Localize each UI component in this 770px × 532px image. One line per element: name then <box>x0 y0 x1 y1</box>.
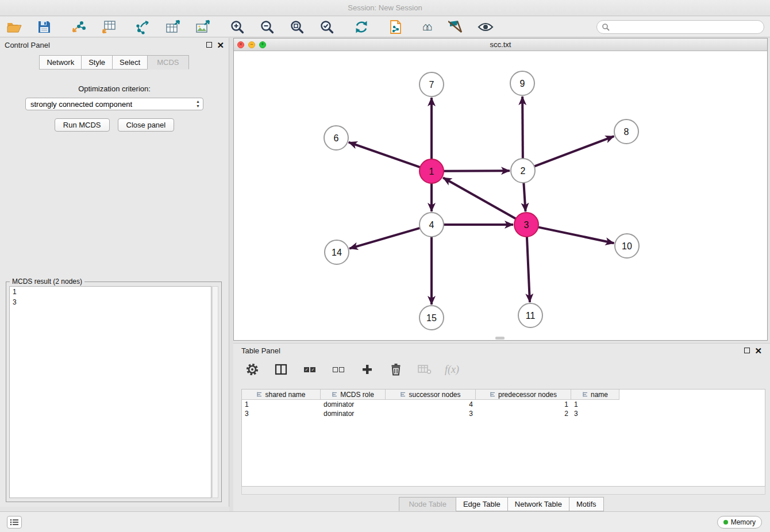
result-list-item[interactable]: 1 <box>10 287 211 297</box>
copy-network-icon[interactable] <box>387 18 405 36</box>
add-column-plus-icon[interactable] <box>359 361 376 378</box>
show-hide-icon[interactable] <box>477 18 494 36</box>
search-icon <box>602 23 610 31</box>
table-tab-motifs[interactable]: Motifs <box>569 497 604 511</box>
table-hscrollbar[interactable] <box>241 487 765 495</box>
graph-node-label: 8 <box>624 127 629 137</box>
import-network-icon[interactable] <box>70 18 87 36</box>
refresh-layout-icon[interactable] <box>353 18 370 36</box>
graph-edge-1-6[interactable] <box>349 142 420 167</box>
table-cell: dominator <box>321 409 386 418</box>
float-table-panel-icon[interactable] <box>744 348 750 353</box>
table-cell: 4 <box>386 400 476 409</box>
graph-edge-2-8[interactable] <box>534 136 614 166</box>
graph-edge-3-1[interactable] <box>443 178 516 218</box>
deselect-all-icon[interactable] <box>330 361 347 378</box>
memory-button[interactable]: Memory <box>717 516 762 529</box>
graph-edge-3-10[interactable] <box>538 227 614 243</box>
minimize-window-icon[interactable]: − <box>248 41 255 48</box>
column-header-name[interactable]: name <box>571 390 619 400</box>
tab-select[interactable]: Select <box>112 55 148 70</box>
zoom-fit-icon[interactable] <box>288 18 306 36</box>
graph-node-7[interactable]: 7 <box>419 72 444 97</box>
graph-node-9[interactable]: 9 <box>510 71 534 95</box>
table-cell: 1 <box>571 400 619 409</box>
graph-edge-2-9[interactable] <box>522 97 523 159</box>
column-header-MCDS-role[interactable]: MCDS role <box>321 390 386 400</box>
open-session-icon[interactable] <box>6 18 23 36</box>
tab-mcds[interactable]: MCDS <box>147 55 188 70</box>
dropdown-stepper-icon: ▲▼ <box>196 99 200 109</box>
float-window-icon[interactable] <box>206 42 212 48</box>
node-table: shared nameMCDS rolesuccessor nodesprede… <box>241 389 765 487</box>
graph-edge-3-11[interactable] <box>527 237 530 302</box>
select-all-icon[interactable]: ✓✓ <box>301 361 318 378</box>
apply-style-icon[interactable] <box>447 18 464 36</box>
table-cell: 1 <box>242 400 321 409</box>
task-history-icon[interactable] <box>7 516 22 529</box>
table-cell: 3 <box>242 409 321 418</box>
zoom-out-icon[interactable] <box>259 18 276 36</box>
export-table-icon[interactable] <box>164 18 182 36</box>
save-session-icon[interactable] <box>36 18 53 36</box>
close-panel-icon[interactable]: ✕ <box>217 41 224 49</box>
export-image-icon[interactable] <box>194 18 211 36</box>
zoom-selected-icon[interactable] <box>318 18 336 36</box>
graph-node-11[interactable]: 11 <box>518 303 542 327</box>
show-columns-icon[interactable] <box>272 361 290 378</box>
graph-node-label: 9 <box>520 79 525 88</box>
result-list-scrollbar[interactable] <box>212 286 218 498</box>
canvas-hscrollbar[interactable] <box>495 337 505 340</box>
graph-edge-4-14[interactable] <box>349 228 420 249</box>
graph-node-1[interactable]: 1 <box>419 159 444 183</box>
network-overview-icon[interactable]: ⌂⌂ <box>417 18 434 36</box>
graph-node-label: 11 <box>526 311 536 321</box>
table-settings-gear-icon[interactable] <box>244 361 261 378</box>
import-table-icon[interactable] <box>100 18 117 36</box>
table-tab-edge-table[interactable]: Edge Table <box>456 497 508 511</box>
column-header-successor-nodes[interactable]: successor nodes <box>386 390 476 400</box>
graph-node-label: 4 <box>429 220 434 230</box>
table-tab-node-table[interactable]: Node Table <box>399 497 456 511</box>
function-builder-icon[interactable]: f(x) <box>445 361 459 378</box>
run-mcds-button[interactable]: Run MCDS <box>55 118 110 132</box>
graph-node-3[interactable]: 3 <box>514 213 538 237</box>
close-panel-button[interactable]: Close panel <box>118 118 175 132</box>
table-tab-network-table[interactable]: Network Table <box>507 497 569 511</box>
main-toolbar: ⌂⌂ <box>0 17 770 37</box>
table-row[interactable]: 3dominator323 <box>242 409 765 418</box>
memory-button-label: Memory <box>731 518 756 526</box>
graph-node-2[interactable]: 2 <box>511 159 535 183</box>
delete-column-trash-icon[interactable] <box>387 361 405 378</box>
tab-style[interactable]: Style <box>81 55 113 70</box>
result-list-item[interactable]: 3 <box>10 297 211 307</box>
sort-column-icon <box>582 391 588 398</box>
graph-node-8[interactable]: 8 <box>614 119 638 144</box>
graph-node-10[interactable]: 10 <box>615 234 639 258</box>
sort-column-icon <box>400 391 406 398</box>
graph-node-label: 15 <box>426 313 437 323</box>
zoom-in-icon[interactable] <box>229 18 246 36</box>
graph-node-6[interactable]: 6 <box>324 126 348 150</box>
graph-edge-1-2[interactable] <box>444 171 510 171</box>
graph-node-4[interactable]: 4 <box>419 213 444 237</box>
graph-node-14[interactable]: 14 <box>325 240 349 264</box>
mcds-result-list[interactable]: 13 <box>9 286 211 498</box>
tab-network[interactable]: Network <box>39 55 82 70</box>
column-header-shared-name[interactable]: shared name <box>242 390 321 400</box>
close-table-panel-icon[interactable]: ✕ <box>754 346 762 355</box>
delete-table-icon[interactable] <box>416 361 433 378</box>
panel-splitter[interactable] <box>229 38 233 511</box>
graph-node-label: 3 <box>524 220 529 230</box>
table-row[interactable]: 1dominator411 <box>242 400 765 409</box>
graph-node-15[interactable]: 15 <box>419 306 444 330</box>
close-window-icon[interactable]: × <box>237 41 244 48</box>
criterion-dropdown[interactable]: strongly connected component ▲▼ <box>25 98 203 110</box>
search-box[interactable] <box>596 20 764 34</box>
network-canvas[interactable]: 7968123414101511 <box>234 51 767 340</box>
search-input[interactable] <box>610 22 759 31</box>
new-network-from-selection-icon[interactable] <box>134 18 152 36</box>
graph-edge-2-3[interactable] <box>523 183 525 211</box>
column-header-predecessor-nodes[interactable]: predecessor nodes <box>476 390 571 400</box>
maximize-window-icon[interactable]: + <box>259 41 266 48</box>
